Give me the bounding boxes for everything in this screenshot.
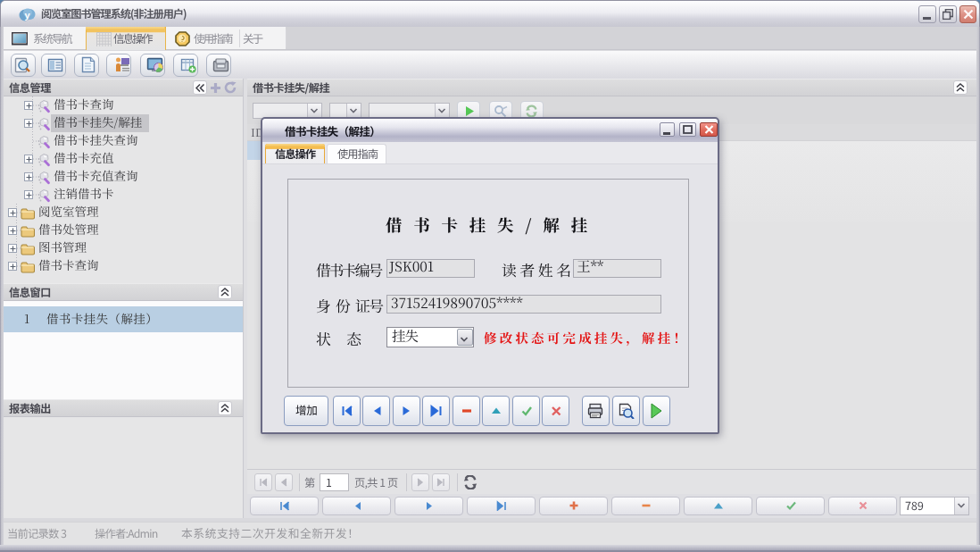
- svg-text:y: y: [24, 10, 30, 21]
